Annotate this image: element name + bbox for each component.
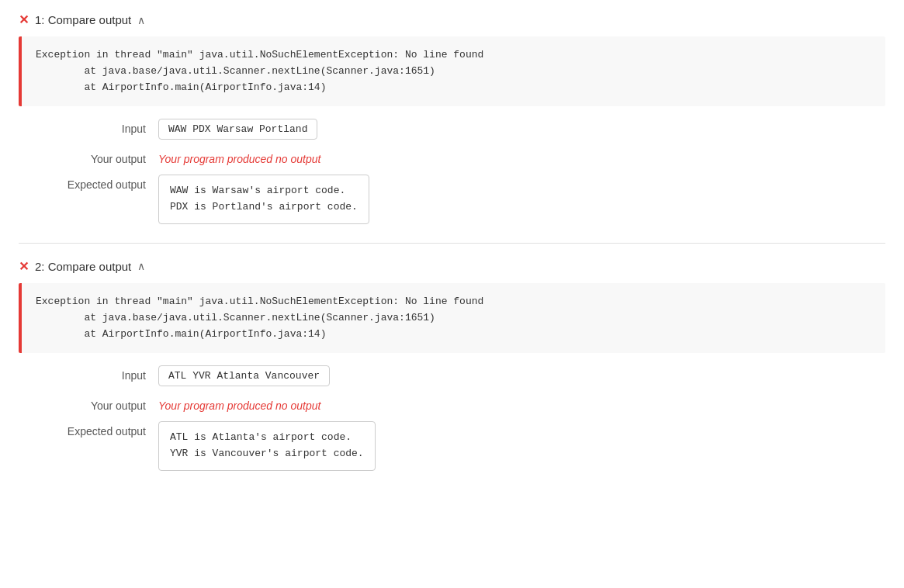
error-block-2: Exception in thread "main" java.util.NoS… bbox=[19, 283, 885, 353]
test-section-1: ✕ 1: Compare output ∧ Exception in threa… bbox=[19, 12, 885, 224]
expected-line-2-2: YVR is Vancouver's airport code. bbox=[170, 446, 364, 462]
input-row-1: Input WAW PDX Warsaw Portland bbox=[19, 119, 885, 140]
expected-output-label-1: Expected output bbox=[65, 175, 158, 191]
test-section-2: ✕ 2: Compare output ∧ Exception in threa… bbox=[19, 259, 885, 471]
section-title-2: 2: Compare output bbox=[35, 260, 131, 273]
input-label-1: Input bbox=[65, 119, 158, 135]
your-output-label-2: Your output bbox=[65, 396, 158, 412]
expected-line-1-1: WAW is Warsaw's airport code. bbox=[170, 183, 358, 199]
expected-output-row-1: Expected output WAW is Warsaw's airport … bbox=[19, 175, 885, 224]
no-output-value-1: Your program produced no output bbox=[158, 149, 320, 165]
chevron-up-icon-2: ∧ bbox=[137, 260, 145, 272]
section-header-1[interactable]: ✕ 1: Compare output ∧ bbox=[19, 12, 885, 27]
your-output-label-1: Your output bbox=[65, 149, 158, 165]
input-value-1: WAW PDX Warsaw Portland bbox=[158, 119, 317, 140]
expected-line-2-1: PDX is Portland's airport code. bbox=[170, 199, 358, 216]
your-output-row-1: Your output Your program produced no out… bbox=[19, 149, 885, 165]
expected-output-block-1: WAW is Warsaw's airport code. PDX is Por… bbox=[158, 175, 369, 224]
your-output-row-2: Your output Your program produced no out… bbox=[19, 396, 885, 412]
no-output-value-2: Your program produced no output bbox=[158, 396, 320, 412]
expected-line-1-2: ATL is Atlanta's airport code. bbox=[170, 430, 364, 446]
section-header-2[interactable]: ✕ 2: Compare output ∧ bbox=[19, 259, 885, 274]
fail-icon-2: ✕ bbox=[19, 259, 29, 274]
section-divider bbox=[19, 243, 885, 244]
error-block-1: Exception in thread "main" java.util.NoS… bbox=[19, 36, 885, 106]
input-value-2: ATL YVR Atlanta Vancouver bbox=[158, 365, 330, 386]
fail-icon-1: ✕ bbox=[19, 12, 29, 27]
expected-output-block-2: ATL is Atlanta's airport code. YVR is Va… bbox=[158, 421, 376, 471]
expected-output-label-2: Expected output bbox=[65, 421, 158, 438]
chevron-up-icon-1: ∧ bbox=[137, 14, 145, 26]
section-title-1: 1: Compare output bbox=[35, 13, 131, 26]
input-row-2: Input ATL YVR Atlanta Vancouver bbox=[19, 365, 885, 386]
expected-output-row-2: Expected output ATL is Atlanta's airport… bbox=[19, 421, 885, 471]
input-label-2: Input bbox=[65, 365, 158, 382]
